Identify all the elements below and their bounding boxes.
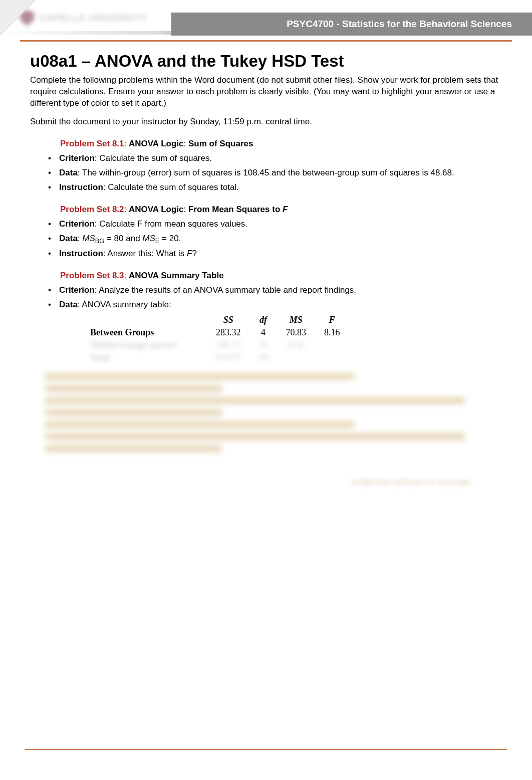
col-f: F <box>315 314 349 326</box>
criterion-item: Criterion: Calculate F from mean squares… <box>45 219 502 230</box>
problem-topic: ANOVA Logic <box>129 139 184 148</box>
blurred-line <box>45 373 354 380</box>
criterion-item: Criterion: Analyze the results of an ANO… <box>45 285 502 296</box>
blurred-line <box>45 433 465 440</box>
problem-subtitle-pre: From Mean Squares to <box>188 205 283 214</box>
problem-heading-8-3: Problem Set 8.3: ANOVA Summary Table <box>60 271 502 281</box>
instruction-item: Instruction: Calculate the sum of square… <box>45 182 502 193</box>
problem-subtitle: Sum of Squares <box>188 139 253 148</box>
col-ms: MS <box>277 314 316 326</box>
blurred-content <box>45 373 487 452</box>
blurred-line <box>45 397 465 404</box>
data-item: Data: The within-group (error) sum of sq… <box>45 167 502 179</box>
header: CAPELLA UNIVERSITY PSYC4700 - Statistics… <box>0 0 532 40</box>
table-row-blurred: Within Groups (error) 390.75 45 8.68 <box>90 339 349 351</box>
criterion-item: Criterion: Calculate the sum of squares. <box>45 153 502 164</box>
content: u08a1 – ANOVA and the Tukey HSD Test Com… <box>0 52 532 506</box>
course-title: PSYC4700 - Statistics for the Behavioral… <box>171 13 532 36</box>
footer-note: Assignment continues on next page. <box>30 477 472 486</box>
data-item: Data: ANOVA summary table: <box>45 299 502 311</box>
problem-8-3-list: Criterion: Analyze the results of an ANO… <box>30 285 502 311</box>
col-df: df <box>250 314 277 326</box>
problem-subtitle-ital: F <box>283 205 288 214</box>
header-bar: CAPELLA UNIVERSITY PSYC4700 - Statistics… <box>0 0 532 31</box>
intro-paragraph-2: Submit the document to your instructor b… <box>30 116 502 128</box>
table-row-blurred: Total 674.07 49 <box>90 351 349 364</box>
problem-heading-8-1: Problem Set 8.1: ANOVA Logic: Sum of Squ… <box>60 139 502 149</box>
problem-heading-8-2: Problem Set 8.2: ANOVA Logic: From Mean … <box>60 205 502 215</box>
col-ss: SS <box>207 314 250 326</box>
table-header-row: SS df MS F <box>90 314 349 326</box>
problem-8-1-list: Criterion: Calculate the sum of squares.… <box>30 153 502 193</box>
problem-label: Problem Set 8.2 <box>60 205 124 214</box>
col-source <box>90 314 207 326</box>
problem-label: Problem Set 8.1 <box>60 139 124 148</box>
anova-summary-table: SS df MS F Between Groups 283.32 4 70.83… <box>90 314 349 364</box>
problem-topic: ANOVA Logic <box>129 205 184 214</box>
blurred-line <box>45 409 222 416</box>
blurred-line <box>45 385 222 392</box>
problem-8-2-list: Criterion: Calculate F from mean squares… <box>30 219 502 260</box>
problem-subtitle: ANOVA Summary Table <box>129 271 224 280</box>
logo: CAPELLA UNIVERSITY <box>20 10 147 26</box>
document-page: CAPELLA UNIVERSITY PSYC4700 - Statistics… <box>0 0 532 780</box>
data-item: Data: MSBG = 80 and MSE = 20. <box>45 233 502 246</box>
logo-text: CAPELLA UNIVERSITY <box>39 13 147 24</box>
page-corner-fold <box>0 0 35 35</box>
problem-label: Problem Set 8.3 <box>60 271 124 280</box>
page-title: u08a1 – ANOVA and the Tukey HSD Test <box>30 52 502 71</box>
instruction-item: Instruction: Answer this: What is F? <box>45 248 502 260</box>
header-underline <box>20 40 512 42</box>
footer-underline <box>25 749 507 750</box>
intro-paragraph-1: Complete the following problems within t… <box>30 75 502 109</box>
blurred-line <box>45 445 222 452</box>
blurred-line <box>45 421 354 428</box>
table-row: Between Groups 283.32 4 70.83 8.16 <box>90 326 349 339</box>
